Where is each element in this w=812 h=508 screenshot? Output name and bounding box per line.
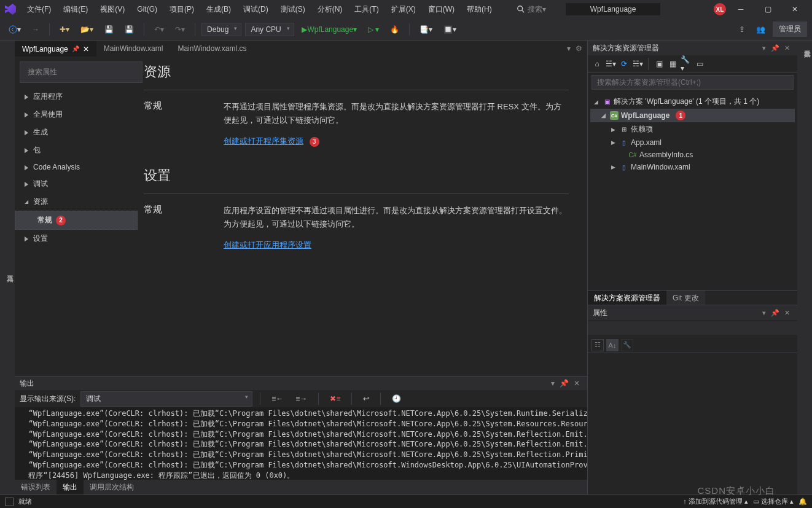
start-debug-button[interactable]: ▶ WpfLanguage ▾ — [298, 23, 361, 36]
status-scm[interactable]: ↑ 添加到源代码管理 ▴ — [683, 497, 748, 506]
tab-overflow-icon[interactable]: ▾ — [567, 44, 571, 53]
maximize-button[interactable]: ▢ — [755, 1, 780, 18]
undo-button[interactable]: ↶▾ — [150, 23, 168, 36]
menu-file[interactable]: 文件(F) — [22, 2, 56, 17]
output-text[interactable]: “WpfLanguage.exe”(CoreCLR: clrhost): 已加载… — [15, 407, 587, 480]
panel-pin-icon[interactable]: 📌 — [768, 44, 782, 52]
clear-output-icon[interactable]: ✖≡ — [326, 393, 344, 405]
panel-close-icon[interactable]: ✕ — [571, 379, 582, 388]
menu-analyze[interactable]: 分析(N) — [313, 2, 348, 17]
open-button[interactable]: 📂▾ — [77, 23, 97, 36]
redo-button[interactable]: ↷▾ — [171, 23, 189, 36]
live-share-icon[interactable]: 👥 — [752, 23, 769, 36]
nav-package[interactable]: 包 — [15, 141, 138, 159]
word-wrap-icon[interactable]: ↩ — [359, 393, 373, 405]
status-repo[interactable]: ▭ 选择仓库 ▴ — [753, 497, 794, 506]
config-combo[interactable]: Debug — [201, 23, 241, 36]
nav-resources[interactable]: 资源 — [15, 193, 138, 211]
toolbox-rail[interactable]: 工具箱 — [0, 41, 15, 494]
output-source-combo[interactable]: 调试 — [80, 391, 252, 407]
tab-git-changes[interactable]: Git 更改 — [666, 291, 705, 305]
status-icon[interactable] — [5, 498, 14, 506]
user-avatar[interactable]: XL — [714, 3, 726, 15]
tree-app-xaml[interactable]: ▶▯App.xaml — [590, 136, 795, 149]
share-button[interactable]: ⇪ — [735, 23, 749, 36]
menu-debug[interactable]: 调试(D) — [238, 2, 273, 17]
panel-close-icon[interactable]: ✕ — [782, 44, 792, 52]
start-no-debug-button[interactable]: ▷ ▾ — [364, 23, 383, 36]
nav-back-button[interactable]: ▾ — [5, 23, 25, 36]
tree-project[interactable]: ◢C#WpfLanguage1 — [590, 109, 795, 122]
platform-combo[interactable]: Any CPU — [245, 23, 294, 36]
live-share-button[interactable]: 🔲▾ — [440, 23, 460, 36]
panel-pin-icon[interactable]: 📌 — [557, 379, 571, 388]
panel-pin-icon[interactable]: 📌 — [768, 309, 782, 317]
collapse-icon[interactable]: ▣ — [654, 58, 665, 69]
tab-call-hierarchy[interactable]: 调用层次结构 — [84, 480, 140, 495]
menu-tools[interactable]: 工具(T) — [349, 2, 383, 17]
menu-window[interactable]: 窗口(W) — [423, 2, 459, 17]
tab-mainwindow-xaml[interactable]: MainWindow.xaml — [96, 41, 171, 56]
properties-object-combo[interactable] — [588, 321, 797, 335]
panel-dropdown-icon[interactable]: ▾ — [548, 379, 557, 388]
open-settings-link[interactable]: 创建或打开应用程序设置 — [224, 238, 311, 252]
sync-icon[interactable]: ⟳ — [619, 58, 630, 69]
menu-git[interactable]: Git(G) — [132, 2, 162, 16]
properties-grid[interactable] — [588, 353, 797, 494]
nav-application[interactable]: 应用程序 — [15, 88, 138, 106]
nav-build[interactable]: 生成 — [15, 123, 138, 141]
nav-resources-general[interactable]: 常规2 — [15, 211, 138, 230]
status-notify-icon[interactable]: 🔔 — [798, 498, 807, 506]
panel-close-icon[interactable]: ✕ — [782, 309, 792, 317]
solution-search[interactable] — [591, 75, 794, 90]
nav-debug[interactable]: 调试 — [15, 175, 138, 193]
filter-icon[interactable]: ☵▾ — [632, 58, 643, 69]
hot-reload-button[interactable]: 🔥 — [386, 23, 403, 36]
close-tab-icon[interactable]: ✕ — [83, 45, 89, 53]
menu-extensions[interactable]: 扩展(X) — [386, 2, 421, 17]
show-all-icon[interactable]: ▦ — [667, 58, 678, 69]
global-search[interactable]: 搜索▾ — [512, 3, 551, 16]
props-search[interactable]: 搜索属性 — [20, 61, 142, 83]
properties-wrench-icon[interactable]: 🔧 — [621, 339, 633, 351]
menu-help[interactable]: 帮助(H) — [462, 2, 497, 17]
nav-fwd-button[interactable]: → — [28, 23, 43, 36]
nav-settings[interactable]: 设置 — [15, 230, 138, 248]
menu-test[interactable]: 测试(S) — [276, 2, 310, 17]
file-browser-button[interactable]: 📑▾ — [416, 23, 436, 36]
goto-prev-icon[interactable]: ≡← — [268, 393, 287, 405]
save-button[interactable]: 💾 — [101, 23, 117, 36]
panel-dropdown-icon[interactable]: ▾ — [760, 44, 768, 52]
menu-project[interactable]: 项目(P) — [165, 2, 199, 17]
tree-mainwindow-xaml[interactable]: ▶▯MainWindow.xaml — [590, 161, 795, 173]
switch-view-icon[interactable]: ☱▾ — [605, 58, 616, 69]
goto-next-icon[interactable]: ≡→ — [292, 393, 311, 405]
nav-code-analysis[interactable]: Code Analysis — [15, 159, 138, 175]
tree-deps[interactable]: ▶⊞依赖项 — [590, 122, 795, 136]
save-all-button[interactable]: 💾 — [121, 23, 138, 36]
tab-mainwindow-xaml-cs[interactable]: MainWindow.xaml.cs — [170, 41, 254, 56]
properties-icon[interactable]: 🔧▾ — [681, 58, 692, 69]
tab-settings-icon[interactable]: ⚙ — [576, 44, 582, 53]
timestamp-icon[interactable]: 🕘 — [388, 393, 405, 405]
open-resx-link[interactable]: 创建或打开程序集资源 — [224, 135, 303, 148]
menu-build[interactable]: 生成(B) — [201, 2, 236, 17]
panel-dropdown-icon[interactable]: ▾ — [760, 309, 768, 317]
close-button[interactable]: ✕ — [783, 1, 807, 18]
tree-assemblyinfo[interactable]: C#AssemblyInfo.cs — [590, 149, 795, 161]
menu-view[interactable]: 视图(V) — [95, 2, 130, 17]
tab-project-props[interactable]: WpfLanguage 📌 ✕ — [15, 41, 96, 57]
tab-solution-explorer[interactable]: 解决方案资源管理器 — [588, 291, 666, 305]
preview-icon[interactable]: ▭ — [694, 58, 705, 69]
minimize-button[interactable]: ─ — [728, 1, 753, 18]
nav-global-usings[interactable]: 全局使用 — [15, 106, 138, 123]
data-tools-rail[interactable]: 数据工具 — [797, 41, 812, 494]
categorize-icon[interactable]: ☷ — [591, 339, 604, 351]
tree-solution-root[interactable]: ◢▣解决方案 'WpfLanguage' (1 个项目，共 1 个) — [590, 95, 795, 109]
pin-icon[interactable]: 📌 — [72, 45, 79, 52]
tab-output[interactable]: 输出 — [57, 480, 84, 495]
sort-az-icon[interactable]: A↓ — [606, 339, 619, 351]
tab-error-list[interactable]: 错误列表 — [15, 480, 57, 495]
menu-edit[interactable]: 编辑(E) — [58, 2, 93, 17]
new-item-button[interactable]: ✚▾ — [56, 23, 73, 36]
